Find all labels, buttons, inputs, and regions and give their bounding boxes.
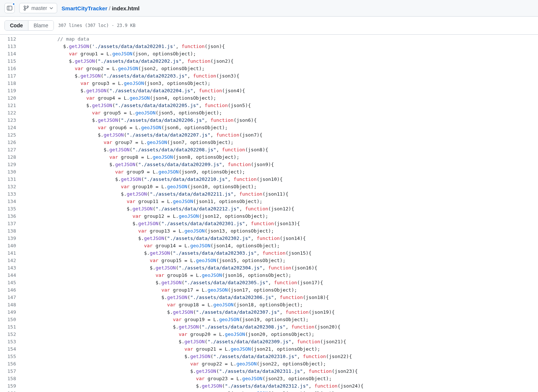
file-toolbar: Code Blame 307 lines (307 loc) · 23.9 KB xyxy=(0,17,538,35)
branch-selector-button[interactable]: master xyxy=(19,3,57,13)
code-tab-button[interactable]: Code xyxy=(5,21,28,30)
side-panel-toggle[interactable] xyxy=(4,3,15,13)
git-branch-icon xyxy=(23,5,29,11)
caret-down-icon xyxy=(49,6,53,10)
branch-name: master xyxy=(31,5,47,11)
code-viewer[interactable]: 1121131141151161171181191201211221231241… xyxy=(0,35,538,392)
line-number-gutter: 1121131141151161171181191201211221231241… xyxy=(0,35,23,392)
svg-point-4 xyxy=(27,6,28,7)
file-meta-text: 307 lines (307 loc) · 23.9 KB xyxy=(58,23,136,28)
breadcrumb-file: index.html xyxy=(112,5,139,11)
svg-point-2 xyxy=(24,6,25,7)
file-header: master SmartCityTracker / index.html xyxy=(0,0,538,17)
blame-tab-button[interactable]: Blame xyxy=(28,21,54,30)
view-mode-toggle: Code Blame xyxy=(4,20,54,31)
breadcrumb: SmartCityTracker / index.html xyxy=(62,5,139,11)
side-panel-icon xyxy=(7,5,13,11)
notification-dot-icon xyxy=(12,3,15,6)
code-content: // map data $.getJSON('./assets/data/dat… xyxy=(23,35,538,392)
breadcrumb-project-link[interactable]: SmartCityTracker xyxy=(62,5,107,11)
svg-point-3 xyxy=(24,9,25,10)
breadcrumb-separator: / xyxy=(109,5,110,11)
svg-rect-0 xyxy=(7,6,12,10)
